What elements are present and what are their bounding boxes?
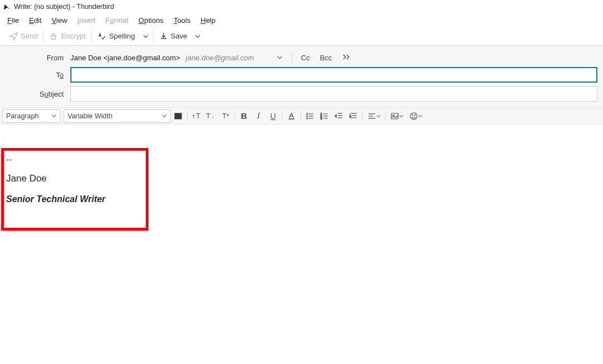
separator <box>234 111 235 121</box>
app-icon <box>3 3 11 11</box>
align-button[interactable] <box>365 109 384 123</box>
chevron-down-icon <box>277 55 283 60</box>
svg-point-10 <box>307 116 308 117</box>
svg-text:T: T <box>206 112 210 120</box>
main-toolbar: Send Encrypt Spelling Save <box>0 27 603 46</box>
encrypt-button[interactable]: Encrypt <box>45 30 90 43</box>
to-input[interactable] <box>70 67 597 83</box>
from-identity: jane.doe@gmail.com <box>184 54 254 62</box>
indent-button[interactable] <box>346 109 361 123</box>
menu-help[interactable]: Help <box>195 15 221 26</box>
cc-button[interactable]: Cc <box>301 54 310 62</box>
download-icon <box>159 32 168 41</box>
subject-label: Subject <box>0 90 70 98</box>
svg-text:T: T <box>192 114 195 119</box>
color-swatch-icon <box>174 113 182 119</box>
subject-row: Subject <box>0 85 603 103</box>
remove-formatting-button[interactable]: T <box>218 109 233 123</box>
bcc-button[interactable]: Bcc <box>320 54 332 62</box>
separator <box>362 111 363 121</box>
subject-input[interactable] <box>70 86 597 102</box>
insert-emoji-button[interactable] <box>406 109 425 123</box>
separator <box>91 30 92 42</box>
signature-name: Jane Doe <box>6 173 143 184</box>
save-button[interactable]: Save <box>155 30 192 43</box>
menu-options[interactable]: Options <box>133 15 169 26</box>
svg-point-33 <box>412 114 413 115</box>
separator <box>291 52 292 63</box>
send-button[interactable]: Send <box>4 30 42 43</box>
separator <box>282 111 283 121</box>
menu-bar: File Edit View Insert Format Options Too… <box>0 13 603 27</box>
spelling-caret[interactable] <box>140 29 152 44</box>
menu-tools[interactable]: Tools <box>169 15 195 26</box>
svg-point-34 <box>414 114 415 115</box>
font-family-value: Variable Width <box>68 112 112 120</box>
to-label: To <box>0 71 70 79</box>
separator <box>153 30 154 42</box>
separator <box>385 111 386 121</box>
italic-button[interactable]: I <box>251 109 266 123</box>
addressing-area: From Jane Doe <jane.doe@gmail.com> jane.… <box>0 46 603 108</box>
send-icon <box>9 32 18 41</box>
spelling-label: Spelling <box>109 32 135 40</box>
encrypt-label: Encrypt <box>61 32 85 40</box>
save-caret[interactable] <box>192 29 204 44</box>
svg-text:3: 3 <box>320 117 322 120</box>
svg-text:T: T <box>222 112 227 120</box>
from-row: From Jane Doe <jane.doe@gmail.com> jane.… <box>0 49 603 66</box>
separator <box>43 30 44 42</box>
menu-edit[interactable]: Edit <box>24 15 46 26</box>
more-recipients-icon[interactable] <box>342 54 351 62</box>
bullet-list-button[interactable] <box>303 109 317 123</box>
to-row: To <box>0 66 603 84</box>
save-label: Save <box>171 32 188 40</box>
svg-point-11 <box>307 118 308 119</box>
svg-text:↓: ↓ <box>212 114 214 119</box>
send-label: Send <box>21 32 37 40</box>
from-value: Jane Doe <jane.doe@gmail.com> <box>70 54 184 62</box>
menu-insert[interactable]: Insert <box>72 15 100 26</box>
bold-button[interactable]: B <box>237 109 251 123</box>
lock-icon <box>49 32 58 41</box>
from-label: From <box>0 54 70 62</box>
menu-file[interactable]: File <box>2 15 24 26</box>
font-size-increase-button[interactable]: T↓ <box>204 109 218 123</box>
signature-highlight: -- Jane Doe Senior Technical Writer <box>1 148 149 231</box>
message-body[interactable]: -- Jane Doe Senior Technical Writer <box>0 124 603 359</box>
menu-format[interactable]: Format <box>100 15 133 26</box>
separator <box>187 111 188 121</box>
insert-image-button[interactable] <box>387 109 406 123</box>
window-title: Write: (no subject) - Thunderbird <box>14 3 114 11</box>
spellcheck-icon <box>97 32 106 41</box>
svg-point-32 <box>410 113 417 119</box>
menu-view[interactable]: View <box>46 15 72 26</box>
number-list-button[interactable]: 123 <box>317 109 332 123</box>
signature-title: Senior Technical Writer <box>6 194 143 204</box>
svg-point-9 <box>307 113 308 114</box>
text-color-button[interactable] <box>171 109 185 123</box>
svg-rect-8 <box>289 118 294 119</box>
format-toolbar: Paragraph Variable Width TT T↓ T B I U 1… <box>0 108 603 124</box>
chevron-down-icon <box>51 113 56 118</box>
spelling-button[interactable]: Spelling <box>93 30 139 43</box>
title-bar: Write: (no subject) - Thunderbird <box>0 0 603 13</box>
svg-rect-0 <box>51 36 56 39</box>
paragraph-style-combo[interactable]: Paragraph <box>2 109 60 123</box>
signature-separator: -- <box>6 155 143 164</box>
text-color-button2[interactable] <box>284 109 299 123</box>
underline-button[interactable]: U <box>266 109 280 123</box>
chevron-down-icon <box>162 113 167 118</box>
font-family-combo[interactable]: Variable Width <box>64 109 171 123</box>
outdent-button[interactable] <box>332 109 346 123</box>
svg-text:T: T <box>196 112 200 120</box>
from-identity-picker[interactable]: Jane Doe <jane.doe@gmail.com> jane.doe@g… <box>70 54 283 62</box>
separator <box>300 111 301 121</box>
font-size-decrease-button[interactable]: TT <box>189 109 204 123</box>
paragraph-style-value: Paragraph <box>6 112 39 120</box>
